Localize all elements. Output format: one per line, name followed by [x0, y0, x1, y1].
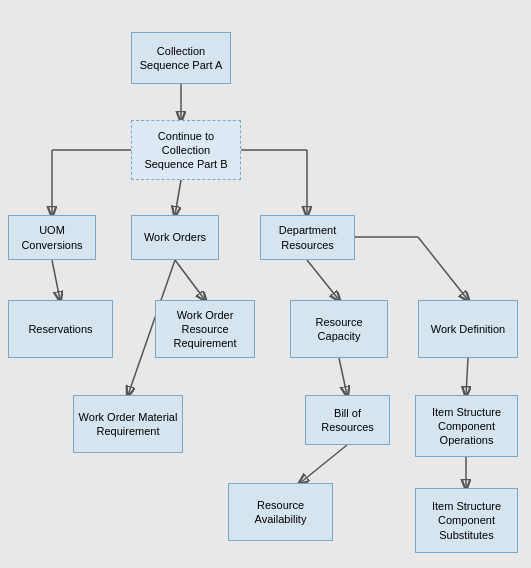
- svg-line-11: [418, 237, 468, 300]
- svg-line-14: [466, 358, 468, 395]
- svg-line-13: [300, 445, 347, 483]
- node-resource-capacity: Resource Capacity: [290, 300, 388, 358]
- node-resource-availability: Resource Availability: [228, 483, 333, 541]
- node-item-struct-subs: Item Structure Component Substitutes: [415, 488, 518, 553]
- node-reservations: Reservations: [8, 300, 113, 358]
- svg-line-6: [52, 260, 60, 300]
- svg-line-7: [175, 260, 205, 300]
- svg-line-3: [175, 180, 181, 215]
- node-collection-part-a: Collection Sequence Part A: [131, 32, 231, 84]
- node-bill-of-resources: Bill of Resources: [305, 395, 390, 445]
- node-uom: UOM Conversions: [8, 215, 96, 260]
- diagram: Collection Sequence Part A Continue to C…: [0, 0, 531, 568]
- svg-line-12: [339, 358, 347, 395]
- node-work-orders: Work Orders: [131, 215, 219, 260]
- node-continue-b: Continue to Collection Sequence Part B: [131, 120, 241, 180]
- node-wo-material-req: Work Order Material Requirement: [73, 395, 183, 453]
- node-dept-resources: Department Resources: [260, 215, 355, 260]
- node-item-struct-ops: Item Structure Component Operations: [415, 395, 518, 457]
- node-work-definition: Work Definition: [418, 300, 518, 358]
- node-wo-resource-req: Work Order Resource Requirement: [155, 300, 255, 358]
- svg-line-9: [307, 260, 339, 300]
